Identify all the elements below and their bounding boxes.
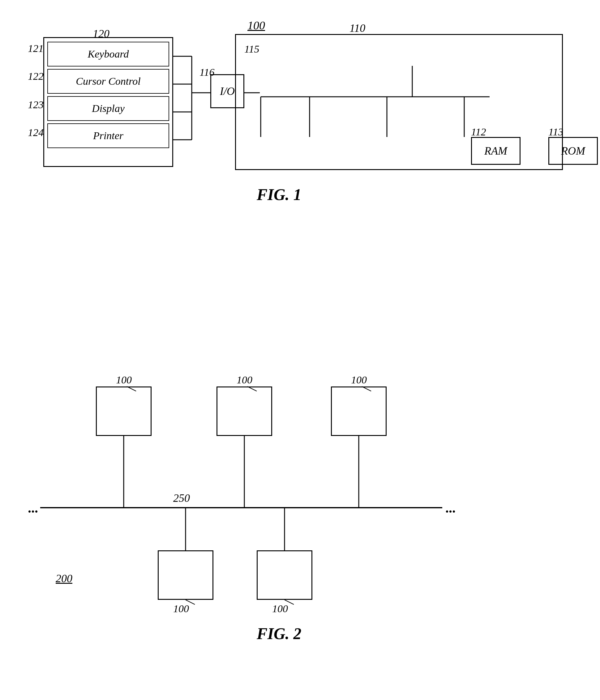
label-124: 124 [28,127,44,139]
printer-row: Printer [47,123,169,148]
page: 100 110 CPU 111 RAM 112 ROM 113 Disk [0,0,600,700]
label-110: 110 [350,22,365,35]
net-node-t2 [216,386,272,436]
display-row: Display [47,96,169,121]
node-label-t1: 100 [116,374,132,386]
fig1-caption: FIG. 1 [257,185,301,204]
net-node-t1 [96,386,151,436]
net-node-t3 [331,386,387,436]
fig2-diagram: 200 250 ... ... 100 100 100 100 100 [25,340,581,649]
fig1-title-label: 100 [247,19,265,32]
label-112: 112 [471,126,486,138]
node-label-t2: 100 [237,374,253,386]
rom-box: ROM [548,137,598,165]
dots-left: ... [28,500,38,516]
input-devices-box: Keyboard Cursor Control Display Printer [43,37,173,167]
ram-box: RAM [471,137,521,165]
label-115: 115 [244,43,259,55]
label-121: 121 [28,43,44,54]
net-node-b2 [257,550,312,600]
label-250: 250 [173,492,190,505]
fig1-diagram: 100 110 CPU 111 RAM 112 ROM 113 Disk [25,19,581,204]
net-node-b1 [158,550,213,600]
node-label-b2: 100 [272,603,288,615]
label-123: 123 [28,99,44,111]
node-label-b1: 100 [173,603,189,615]
label-122: 122 [28,71,44,82]
cursor-control-row: Cursor Control [47,69,169,94]
computer-box: CPU 111 RAM 112 ROM 113 Disk 114 [235,34,563,170]
label-200: 200 [56,572,72,585]
label-116: 116 [199,67,214,78]
bus-line [40,507,442,508]
io-box: I/O [210,74,244,108]
keyboard-row: Keyboard [47,42,169,67]
label-113: 113 [548,126,563,138]
fig2-caption: FIG. 2 [257,625,301,643]
node-label-t3: 100 [351,374,367,386]
dots-right: ... [446,500,456,516]
